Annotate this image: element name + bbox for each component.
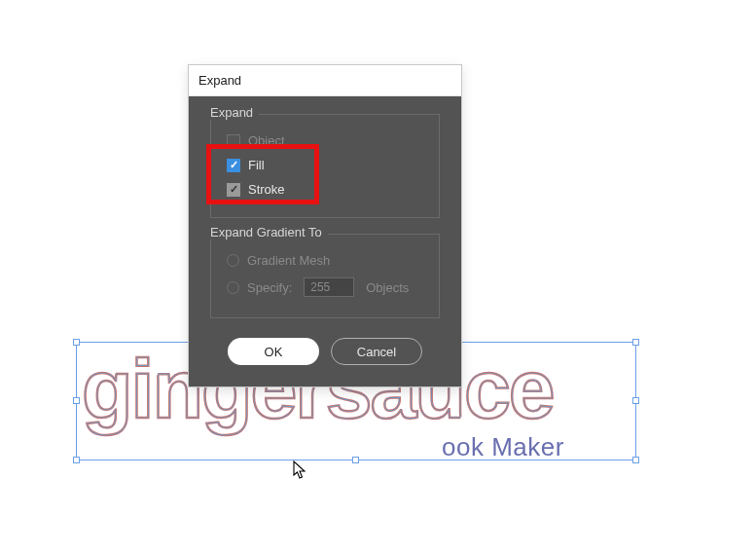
stroke-option-row[interactable]: ✓ Stroke <box>225 177 425 202</box>
gradient-mesh-label: Gradient Mesh <box>247 253 330 268</box>
expand-dialog: Expand Expand Object ✓ Fill ✓ Stroke Exp… <box>188 64 462 387</box>
gradient-mesh-option-row: Gradient Mesh <box>225 248 425 273</box>
expand-group: Expand Object ✓ Fill ✓ Stroke <box>210 114 440 218</box>
selection-handle-bottom-right[interactable] <box>632 457 639 463</box>
dialog-button-row: OK Cancel <box>210 334 440 365</box>
object-checkbox <box>227 134 240 148</box>
selection-handle-top-right[interactable] <box>632 339 639 346</box>
stroke-label: Stroke <box>248 182 285 197</box>
object-label: Object <box>248 133 285 148</box>
specify-option-row: Specify: 255 Objects <box>225 273 425 302</box>
gradient-group-label: Expand Gradient To <box>210 225 328 239</box>
cancel-button[interactable]: Cancel <box>331 338 422 365</box>
dialog-title: Expand <box>189 65 461 96</box>
dialog-body: Expand Object ✓ Fill ✓ Stroke Expand Gra… <box>189 96 461 386</box>
ok-button-label: OK <box>265 345 283 359</box>
specify-label: Specify: <box>247 280 292 295</box>
fill-label: Fill <box>248 158 265 172</box>
ok-button[interactable]: OK <box>228 338 319 365</box>
selection-handle-mid-right[interactable] <box>632 397 639 404</box>
gradient-mesh-radio <box>227 254 239 267</box>
dialog-title-text: Expand <box>198 73 241 88</box>
selection-handle-bottom-left[interactable] <box>73 457 80 463</box>
stroke-checkbox[interactable]: ✓ <box>227 183 240 197</box>
specify-unit: Objects <box>366 280 409 295</box>
specify-radio <box>227 281 239 294</box>
fill-option-row[interactable]: ✓ Fill <box>225 153 425 177</box>
mouse-cursor-icon <box>293 460 306 480</box>
specify-value-field: 255 <box>304 277 354 297</box>
cancel-button-label: Cancel <box>357 345 396 359</box>
expand-group-label: Expand <box>210 105 259 120</box>
gradient-group: Expand Gradient To Gradient Mesh Specify… <box>210 234 440 318</box>
selection-handle-top-left[interactable] <box>73 339 80 346</box>
object-option-row: Object <box>225 129 425 153</box>
fill-checkbox[interactable]: ✓ <box>227 159 240 172</box>
selection-handle-bottom-mid[interactable] <box>352 457 359 463</box>
selection-handle-mid-left[interactable] <box>73 397 80 404</box>
